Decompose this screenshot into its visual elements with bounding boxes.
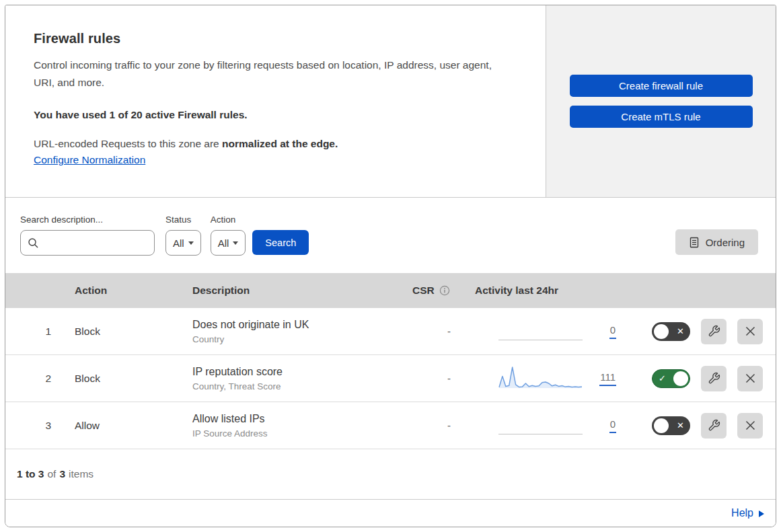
hero-section: Firewall rules Control incoming traffic … <box>5 5 776 198</box>
rule-csr-value: - <box>402 373 470 384</box>
action-label: Action <box>211 215 246 225</box>
pagination-items: items <box>69 468 94 480</box>
configure-normalization-link[interactable]: Configure Normalization <box>34 154 145 166</box>
filter-bar: Search description... Status All Action … <box>5 198 776 273</box>
normalization-note-text: URL-encoded Requests to this zone are <box>34 138 222 149</box>
help-bar: Help <box>5 499 776 527</box>
activity-count-link[interactable]: 0 <box>609 418 616 433</box>
search-button[interactable]: Search <box>252 230 309 255</box>
activity-sparkline <box>498 318 583 345</box>
rule-action: Allow <box>66 420 184 432</box>
usage-summary: You have used 1 of 20 active Firewall ru… <box>34 109 519 121</box>
delete-rule-button[interactable] <box>737 413 763 439</box>
search-label: Search description... <box>20 215 155 225</box>
pagination-total: 3 <box>59 468 65 480</box>
check-icon: ✓ <box>659 373 666 383</box>
pagination-of: of <box>47 468 56 480</box>
rule-number: 2 <box>5 373 66 385</box>
delete-rule-button[interactable] <box>737 366 763 391</box>
rule-action: Block <box>66 373 184 385</box>
actions-panel: Create firewall rule Create mTLS rule <box>546 5 776 197</box>
close-icon: ✕ <box>677 420 684 430</box>
action-dropdown-value: All <box>218 237 229 249</box>
table-row: 2 Block IP reputation score Country, Thr… <box>5 355 776 402</box>
rule-number: 3 <box>5 420 66 432</box>
ordering-button-label: Ordering <box>706 237 745 248</box>
rule-description: IP reputation score <box>192 364 402 380</box>
close-icon: ✕ <box>677 326 684 336</box>
header-csr: CSR <box>402 284 470 297</box>
delete-rule-button[interactable] <box>737 319 763 344</box>
ordering-button[interactable]: Ordering <box>675 229 758 255</box>
rule-action: Block <box>66 326 184 338</box>
header-description: Description <box>184 284 402 297</box>
rule-fields: Country, Threat Score <box>192 380 402 393</box>
firewall-rules-card: Firewall rules Control incoming traffic … <box>5 5 776 527</box>
help-arrow-icon <box>759 510 764 517</box>
wrench-icon <box>708 372 720 385</box>
table-row: 3 Allow Allow listed IPs IP Source Addre… <box>5 402 776 449</box>
page-description: Control incoming traffic to your zone by… <box>34 56 515 91</box>
rule-number: 1 <box>5 326 66 338</box>
rule-enabled-toggle[interactable]: ✓ <box>652 369 690 388</box>
activity-count-link[interactable]: 0 <box>609 324 616 339</box>
toggle-knob <box>673 371 688 386</box>
help-link[interactable]: Help <box>731 507 764 519</box>
create-mtls-rule-button[interactable]: Create mTLS rule <box>570 106 753 128</box>
hero-text-panel: Firewall rules Control incoming traffic … <box>5 5 546 197</box>
rule-description: Does not originate in UK <box>192 317 402 333</box>
status-dropdown-value: All <box>173 237 184 249</box>
close-icon <box>745 373 756 384</box>
table-row: 1 Block Does not originate in UK Country… <box>5 308 776 355</box>
rule-enabled-toggle[interactable]: ✕ <box>652 322 690 341</box>
page-title: Firewall rules <box>34 31 519 46</box>
header-csr-label: CSR <box>412 284 435 297</box>
edit-rule-button[interactable] <box>701 366 727 391</box>
help-link-label: Help <box>731 507 753 519</box>
edit-rule-button[interactable] <box>701 319 727 344</box>
normalization-note-bold: normalized at the edge. <box>222 138 338 149</box>
rule-description: Allow listed IPs <box>192 411 402 427</box>
normalization-note: URL-encoded Requests to this zone are no… <box>34 138 519 150</box>
search-input-container <box>20 230 155 256</box>
pagination-summary: 1 to 3 of 3 items <box>5 449 776 499</box>
edit-rule-button[interactable] <box>701 413 727 439</box>
toggle-knob <box>654 418 669 433</box>
search-icon <box>28 237 39 249</box>
info-icon[interactable] <box>439 285 450 296</box>
activity-sparkline <box>498 365 583 392</box>
pagination-range: 1 to 3 <box>17 468 44 480</box>
chevron-down-icon <box>233 241 238 245</box>
activity-count-link[interactable]: 111 <box>599 371 616 386</box>
header-activity: Activity last 24hr <box>470 284 628 297</box>
chevron-down-icon <box>188 241 194 245</box>
wrench-icon <box>708 325 720 338</box>
close-icon <box>745 326 756 337</box>
action-dropdown[interactable]: All <box>211 230 246 256</box>
activity-sparkline <box>498 412 583 439</box>
status-dropdown[interactable]: All <box>165 230 201 256</box>
create-firewall-rule-button[interactable]: Create firewall rule <box>570 75 753 97</box>
status-label: Status <box>165 215 201 225</box>
search-input[interactable] <box>44 237 147 248</box>
wrench-icon <box>708 419 720 432</box>
rule-csr-value: - <box>402 326 470 337</box>
header-action: Action <box>66 284 184 297</box>
rule-enabled-toggle[interactable]: ✕ <box>652 416 690 435</box>
toggle-knob <box>654 324 669 339</box>
ordering-list-icon <box>689 237 700 248</box>
close-icon <box>745 420 756 431</box>
rule-fields: Country <box>192 333 402 346</box>
rule-csr-value: - <box>402 420 470 431</box>
table-header: Action Description CSR Activity last 24h… <box>5 273 776 308</box>
rule-fields: IP Source Address <box>192 427 402 441</box>
